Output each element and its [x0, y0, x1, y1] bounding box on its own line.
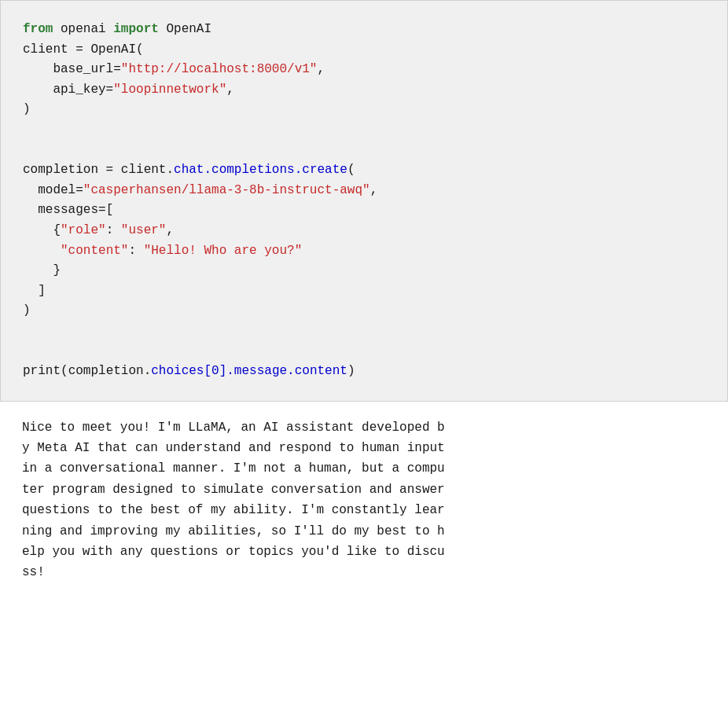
code-line: base_url="http://localhost:8000/v1",: [23, 60, 705, 80]
code-token: client.: [121, 163, 174, 177]
code-token: (: [136, 42, 144, 57]
code-token: OpenAI: [159, 22, 211, 36]
code-token: }: [23, 263, 61, 277]
code-token: from: [23, 22, 53, 36]
code-token: ,: [166, 223, 174, 237]
code-token: [23, 244, 61, 258]
code-token: "http://localhost:8000/v1": [121, 62, 318, 76]
code-token: "Hello! Who are you?": [144, 244, 303, 258]
code-line: completion = client.chat.completions.cre…: [23, 160, 705, 181]
code-token: "role": [61, 223, 106, 237]
code-token: ): [23, 303, 31, 318]
code-token: completion.: [68, 364, 152, 378]
code-token: client: [23, 42, 68, 57]
code-token: "user": [121, 223, 167, 237]
code-line: ): [23, 301, 705, 321]
code-token: ,: [370, 183, 378, 197]
code-token: openai: [53, 22, 113, 36]
code-line: }: [23, 261, 705, 281]
code-token: print: [23, 364, 61, 378]
code-line: model="casperhansen/llama-3-8b-instruct-…: [23, 181, 705, 201]
code-line: [23, 342, 705, 362]
code-token: base_url=: [23, 62, 121, 76]
code-line: ]: [23, 281, 705, 302]
code-token: chat.completions.create: [174, 163, 347, 177]
code-token: messages=: [23, 203, 106, 217]
code-token: [: [106, 203, 114, 217]
code-token: choices[0].message.content: [151, 364, 347, 378]
code-line: messages=[: [23, 200, 705, 221]
code-token: (: [347, 163, 355, 177]
code-line: ): [23, 100, 705, 120]
output-text: Nice to meet you! I'm LLaMA, an AI assis…: [22, 421, 445, 580]
code-block: from openai import OpenAIclient = OpenAI…: [0, 0, 728, 402]
code-token: import: [113, 22, 159, 36]
code-line: client = OpenAI(: [23, 40, 705, 61]
code-token: =: [68, 42, 91, 57]
code-token: "loopinnetwork": [113, 83, 226, 97]
code-token: ]: [23, 284, 46, 298]
code-token: "content": [61, 244, 128, 258]
code-token: {: [23, 223, 61, 237]
code-token: api_key=: [23, 83, 113, 97]
code-token: "casperhansen/llama-3-8b-instruct-awq": [83, 183, 370, 197]
code-token: ): [347, 364, 355, 378]
code-line: from openai import OpenAI: [23, 20, 705, 40]
code-token: :: [128, 244, 143, 258]
code-token: :: [106, 223, 121, 237]
code-line: print(completion.choices[0].message.cont…: [23, 362, 705, 382]
code-line: [23, 321, 705, 342]
code-line: api_key="loopinnetwork",: [23, 80, 705, 101]
code-line: [23, 120, 705, 141]
code-token: OpenAI: [90, 42, 136, 57]
code-line: "content": "Hello! Who are you?": [23, 241, 705, 262]
code-token: ,: [317, 62, 325, 76]
code-line: {"role": "user",: [23, 221, 705, 241]
code-token: ,: [226, 83, 234, 97]
output-block: Nice to meet you! I'm LLaMA, an AI assis…: [0, 402, 728, 599]
code-token: =: [98, 163, 121, 177]
code-token: completion: [23, 163, 98, 177]
code-line: [23, 141, 705, 161]
code-token: (: [61, 364, 68, 378]
code-token: model=: [23, 183, 83, 197]
code-token: ): [23, 102, 31, 116]
